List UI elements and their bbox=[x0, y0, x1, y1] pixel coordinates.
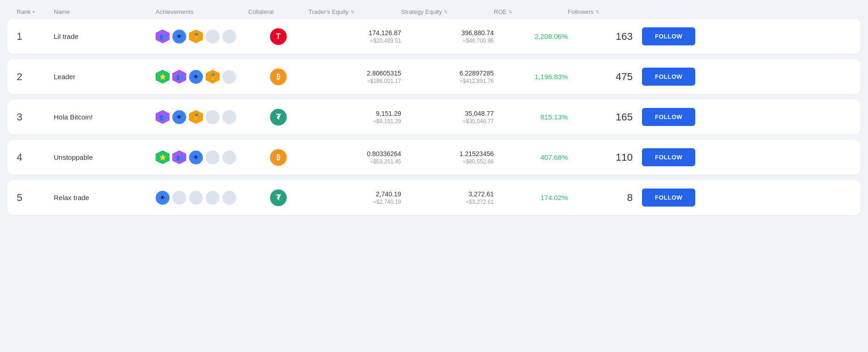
strategy-equity-cell-3: 35,048.77 ≈$35,048.77 bbox=[401, 110, 494, 125]
achievement-badge-empty bbox=[189, 191, 203, 205]
rank-cell-1: 1 bbox=[17, 31, 54, 43]
achievement-badge-green-star: ⭐ bbox=[156, 151, 170, 164]
achievement-badge-empty bbox=[172, 191, 186, 205]
achievements-cell-4: ⭐👥👁 bbox=[156, 151, 248, 164]
follow-button-5[interactable]: FOLLOW bbox=[642, 189, 695, 207]
table-row: 5 Relax trade 👁 ₮ 2,740.19 ≈$2,740.19 3,… bbox=[7, 180, 861, 215]
strategy-equity-cell-5: 3,272.61 ≈$3,272.61 bbox=[401, 190, 494, 205]
table-row: 1 Lil trade 👥👁🏅 T 174,126.87 ≈$20,489.51… bbox=[7, 19, 861, 54]
achievement-badge-yellow-rank: 🏅 bbox=[189, 110, 203, 124]
name-cell-5: Relax trade bbox=[54, 194, 156, 201]
followers-cell-3: 165 bbox=[568, 111, 642, 123]
roe-cell-5: 174.02% bbox=[494, 194, 568, 201]
header-followers[interactable]: Followers ⇅ bbox=[568, 8, 642, 15]
collateral-coin-btc: ₿ bbox=[270, 149, 287, 166]
name-cell-3: Hola Bitcoin! bbox=[54, 113, 156, 121]
roe-cell-4: 407.68% bbox=[494, 153, 568, 161]
achievements-cell-2: ⭐👥👁🏅 bbox=[156, 70, 248, 84]
achievement-badge-empty bbox=[222, 110, 236, 124]
rank-cell-5: 5 bbox=[17, 192, 54, 204]
traders-equity-cell-4: 0.80336264 ≈$53,251.45 bbox=[308, 150, 401, 165]
collateral-cell-3: ₮ bbox=[248, 109, 308, 126]
collateral-cell-5: ₮ bbox=[248, 189, 308, 206]
rows-container: 1 Lil trade 👥👁🏅 T 174,126.87 ≈$20,489.51… bbox=[7, 19, 861, 215]
header-roe-label: ROE bbox=[494, 8, 507, 15]
roe-cell-3: 815.13% bbox=[494, 113, 568, 121]
header-followers-label: Followers bbox=[568, 8, 594, 15]
traders-equity-cell-3: 9,151.29 ≈$9,151.29 bbox=[308, 110, 401, 125]
name-cell-2: Leader bbox=[54, 73, 156, 81]
follow-button-container-4: FOLLOW bbox=[642, 148, 716, 166]
traders-equity-sort-icon: ⇅ bbox=[351, 9, 354, 14]
achievement-badge-green-star: ⭐ bbox=[156, 70, 170, 84]
collateral-coin-usdt: ₮ bbox=[270, 189, 287, 206]
follow-button-3[interactable]: FOLLOW bbox=[642, 108, 695, 126]
traders-equity-cell-5: 2,740.19 ≈$2,740.19 bbox=[308, 190, 401, 205]
table-row: 3 Hola Bitcoin! 👥👁🏅 ₮ 9,151.29 ≈$9,151.2… bbox=[7, 100, 861, 134]
achievement-badge-empty bbox=[222, 191, 236, 205]
rank-cell-4: 4 bbox=[17, 151, 54, 163]
header-traders-equity[interactable]: Trader's Equity ⇅ bbox=[308, 8, 401, 15]
header-strategy-equity[interactable]: Strategy Equity ⇅ bbox=[401, 8, 494, 15]
table-header: Rank ▾ Name Achievements Collateral Trad… bbox=[7, 5, 861, 19]
achievement-badge-empty bbox=[222, 30, 236, 44]
header-achievements-label: Achievements bbox=[156, 8, 194, 15]
follow-button-container-3: FOLLOW bbox=[642, 108, 716, 126]
collateral-cell-4: ₿ bbox=[248, 149, 308, 166]
achievement-badge-yellow-rank: 🏅 bbox=[189, 30, 203, 44]
achievement-badge-empty bbox=[206, 110, 220, 124]
header-collateral-label: Collateral bbox=[248, 8, 274, 15]
header-name: Name bbox=[54, 8, 156, 15]
collateral-cell-2: ₿ bbox=[248, 69, 308, 85]
traders-equity-cell-2: 2.80605315 ≈$186,001.17 bbox=[308, 69, 401, 84]
achievement-badge-purple-group: 👥 bbox=[156, 110, 170, 124]
achievement-badge-empty bbox=[206, 191, 220, 205]
followers-cell-1: 163 bbox=[568, 31, 642, 43]
roe-sort-icon: ⇅ bbox=[509, 9, 512, 14]
header-achievements: Achievements bbox=[156, 8, 248, 15]
collateral-cell-1: T bbox=[248, 28, 308, 45]
strategy-equity-cell-4: 1.21523456 ≈$80,552.66 bbox=[401, 150, 494, 165]
follow-button-1[interactable]: FOLLOW bbox=[642, 27, 695, 45]
achievements-cell-1: 👥👁🏅 bbox=[156, 30, 248, 44]
achievement-badge-purple-group: 👥 bbox=[172, 151, 186, 164]
rank-sort-icon: ▾ bbox=[32, 9, 35, 14]
achievements-cell-5: 👁 bbox=[156, 191, 248, 205]
header-name-label: Name bbox=[54, 8, 70, 15]
table-row: 4 Unstoppable ⭐👥👁 ₿ 0.80336264 ≈$53,251.… bbox=[7, 140, 861, 175]
follow-button-2[interactable]: FOLLOW bbox=[642, 68, 695, 86]
strategy-equity-cell-1: 396,880.74 ≈$46,700.96 bbox=[401, 29, 494, 44]
header-rank[interactable]: Rank ▾ bbox=[17, 8, 54, 15]
followers-sort-icon: ⇅ bbox=[596, 9, 599, 14]
table-row: 2 Leader ⭐👥👁🏅 ₿ 2.80605315 ≈$186,001.17 … bbox=[7, 59, 861, 94]
achievement-badge-empty bbox=[222, 70, 236, 84]
rank-cell-2: 2 bbox=[17, 71, 54, 83]
achievement-badge-empty bbox=[222, 151, 236, 164]
collateral-coin-usdt: ₮ bbox=[270, 109, 287, 126]
achievement-badge-blue-eye: 👁 bbox=[189, 151, 203, 164]
collateral-coin-btc: ₿ bbox=[270, 69, 287, 85]
header-roe[interactable]: ROE ⇅ bbox=[494, 8, 568, 15]
name-cell-4: Unstoppable bbox=[54, 153, 156, 161]
follow-button-container-1: FOLLOW bbox=[642, 27, 716, 45]
followers-cell-4: 110 bbox=[568, 151, 642, 163]
header-collateral: Collateral bbox=[248, 8, 308, 15]
strategy-equity-sort-icon: ⇅ bbox=[444, 9, 447, 14]
achievement-badge-blue-eye: 👁 bbox=[189, 70, 203, 84]
achievement-badge-yellow-rank: 🏅 bbox=[206, 70, 220, 84]
strategy-equity-cell-2: 6.22897285 ≈$412,891.76 bbox=[401, 69, 494, 84]
traders-equity-cell-1: 174,126.87 ≈$20,489.51 bbox=[308, 29, 401, 44]
leaderboard-table: Rank ▾ Name Achievements Collateral Trad… bbox=[7, 5, 861, 215]
header-rank-label: Rank bbox=[17, 8, 31, 15]
achievement-badge-blue-eye: 👁 bbox=[156, 191, 170, 205]
followers-cell-5: 8 bbox=[568, 192, 642, 204]
follow-button-container-2: FOLLOW bbox=[642, 68, 716, 86]
name-cell-1: Lil trade bbox=[54, 32, 156, 40]
roe-cell-1: 2,208.06% bbox=[494, 32, 568, 40]
followers-cell-2: 475 bbox=[568, 71, 642, 83]
roe-cell-2: 1,196.83% bbox=[494, 73, 568, 81]
achievement-badge-blue-eye: 👁 bbox=[172, 110, 186, 124]
follow-button-4[interactable]: FOLLOW bbox=[642, 148, 695, 166]
achievement-badge-purple-group: 👥 bbox=[156, 30, 170, 44]
achievement-badge-purple-group: 👥 bbox=[172, 70, 186, 84]
